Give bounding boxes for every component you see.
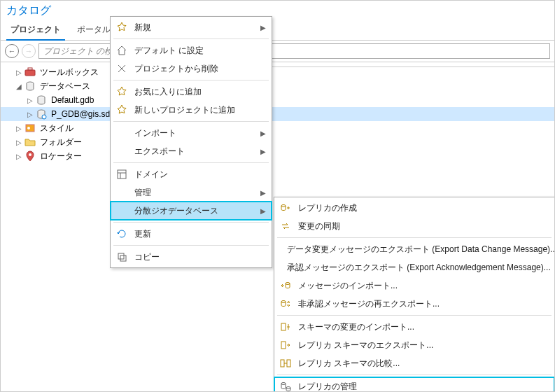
forward-button: → — [22, 44, 36, 58]
menu-label: 承認メッセージのエクスポート (Export Acknowledgement M… — [287, 262, 551, 274]
caret-icon[interactable]: ▷ — [15, 125, 23, 132]
svg-rect-1 — [28, 68, 32, 70]
tree-label: P_GDB@gis.sde — [48, 109, 118, 119]
context-menu-database: 新規 ▶ デフォルト に設定 プロジェクトから削除 お気に入りに追加 新しいプロ… — [110, 16, 272, 268]
tree-node-sde[interactable]: ▷ P_GDB@gis.sde — [1, 107, 554, 121]
sync-icon — [280, 220, 291, 232]
svg-rect-20 — [287, 360, 290, 367]
tree-node-toolboxes[interactable]: ▷ ツールボックス — [1, 65, 554, 79]
svg-point-15 — [286, 283, 290, 285]
toolbar: ← → プロジェクト の検索 — [1, 41, 554, 62]
menu-item-export-ack[interactable]: 承認メッセージのエクスポート (Export Acknowledgement M… — [274, 258, 554, 276]
menu-label: インポート — [134, 127, 176, 139]
remove-icon — [116, 63, 127, 74]
tab-strip: プロジェクト ポータル コンピ — [1, 20, 554, 41]
caret-icon[interactable]: ▷ — [15, 69, 23, 76]
tree-node-styles[interactable]: ▷ スタイル — [1, 121, 554, 135]
menu-item-compare-replica-schema[interactable]: レプリカ スキーマの比較... — [274, 354, 554, 372]
submenu-arrow-icon: ▶ — [260, 207, 266, 215]
tree-node-default-gdb[interactable]: ▷ Default.gdb — [1, 93, 554, 107]
sde-icon — [36, 108, 47, 120]
schema-export-icon — [280, 340, 291, 351]
menu-item-set-default[interactable]: デフォルト に設定 — [111, 41, 272, 59]
menu-item-import-schema[interactable]: スキーマの変更のインポート... — [274, 318, 554, 336]
svg-rect-19 — [281, 360, 284, 367]
back-button[interactable]: ← — [5, 44, 19, 58]
menu-label: プロジェクトから削除 — [134, 63, 218, 75]
svg-rect-0 — [25, 70, 35, 76]
tree-label: ロケーター — [37, 150, 85, 162]
blank-icon — [116, 146, 127, 157]
blank-icon — [116, 187, 127, 198]
menu-item-sync-changes[interactable]: 変更の同期 — [274, 217, 554, 235]
svg-point-16 — [281, 301, 286, 303]
submenu-arrow-icon: ▶ — [260, 189, 266, 197]
menu-separator — [113, 162, 269, 163]
menu-item-import[interactable]: インポート ▶ — [111, 124, 272, 142]
tree-label: データベース — [37, 80, 93, 92]
caret-icon[interactable]: ◢ — [15, 83, 23, 90]
menu-item-remove[interactable]: プロジェクトから削除 — [111, 59, 272, 78]
gdb-icon — [36, 94, 47, 106]
menu-item-import-messages[interactable]: メッセージのインポート... — [274, 276, 554, 295]
tree-node-folders[interactable]: ▷ フォルダー — [1, 135, 554, 149]
caret-icon[interactable]: ▷ — [15, 139, 23, 146]
database-icon — [24, 80, 36, 92]
menu-label: 新規 — [134, 22, 151, 34]
menu-separator — [113, 222, 269, 223]
svg-point-5 — [42, 115, 46, 119]
menu-item-add-new-project[interactable]: 新しいプロジェクトに追加 — [111, 101, 272, 119]
menu-item-refresh[interactable]: 更新 — [111, 225, 272, 243]
menu-label: 新しいプロジェクトに追加 — [134, 104, 235, 116]
menu-item-export-replica-schema[interactable]: レプリカ スキーマのエクスポート... — [274, 336, 554, 354]
schema-import-icon — [280, 321, 291, 332]
svg-rect-10 — [118, 253, 124, 259]
svg-rect-11 — [120, 255, 126, 261]
svg-point-8 — [29, 153, 31, 156]
menu-label: メッセージのインポート... — [298, 280, 398, 292]
menu-item-export[interactable]: エクスポート ▶ — [111, 142, 272, 160]
submenu-arrow-icon: ▶ — [260, 130, 266, 137]
menu-separator — [277, 315, 552, 316]
menu-item-new[interactable]: 新規 ▶ — [111, 18, 272, 36]
menu-item-reexport-unack[interactable]: 非承認メッセージの再エクスポート... — [274, 295, 554, 313]
menu-item-create-replica[interactable]: レプリカの作成 — [274, 199, 554, 217]
menu-label: データ変更メッセージのエクスポート (Export Data Change Me… — [287, 244, 555, 255]
menu-label: エクスポート — [134, 146, 185, 158]
schema-compare-icon — [280, 358, 291, 369]
tab-project[interactable]: プロジェクト — [3, 21, 68, 40]
menu-separator — [113, 38, 269, 39]
reexport-icon — [280, 298, 291, 309]
menu-separator — [277, 237, 552, 238]
menu-item-distributed-gdb[interactable]: 分散ジオデータベース ▶ — [111, 202, 272, 220]
menu-label: 管理 — [134, 187, 151, 199]
menu-label: コピー — [134, 251, 160, 263]
menu-separator — [113, 121, 269, 122]
menu-label: レプリカ スキーマの比較... — [298, 358, 400, 370]
import-msg-icon — [280, 280, 291, 291]
menu-separator — [113, 245, 269, 246]
menu-item-manage-replica[interactable]: レプリカの管理 — [274, 377, 554, 392]
menu-label: レプリカの管理 — [298, 381, 357, 393]
menu-item-add-favorite[interactable]: お気に入りに追加 — [111, 83, 272, 101]
menu-label: スキーマの変更のインポート... — [298, 321, 414, 333]
toolbox-icon — [24, 66, 36, 78]
menu-item-copy[interactable]: コピー — [111, 248, 272, 266]
svg-rect-18 — [281, 342, 286, 349]
tree-label: スタイル — [37, 122, 76, 134]
domain-icon — [116, 169, 127, 180]
menu-label: レプリカ スキーマのエクスポート... — [298, 340, 433, 351]
caret-icon[interactable]: ▷ — [26, 97, 34, 104]
tree-node-locators[interactable]: ▷ ロケーター — [1, 149, 554, 163]
caret-icon[interactable]: ▷ — [26, 111, 34, 118]
caret-icon[interactable]: ▷ — [15, 153, 23, 160]
menu-label: 更新 — [134, 228, 151, 240]
menu-item-manage[interactable]: 管理 ▶ — [111, 183, 272, 202]
menu-label: お気に入りに追加 — [134, 86, 202, 98]
submenu-arrow-icon: ▶ — [260, 24, 266, 31]
menu-item-domain[interactable]: ドメイン — [111, 165, 272, 183]
svg-point-12 — [281, 205, 286, 207]
menu-item-export-data-change[interactable]: データ変更メッセージのエクスポート (Export Data Change Me… — [274, 240, 554, 258]
svg-rect-17 — [281, 323, 286, 330]
tree-node-databases[interactable]: ◢ データベース — [1, 79, 554, 93]
